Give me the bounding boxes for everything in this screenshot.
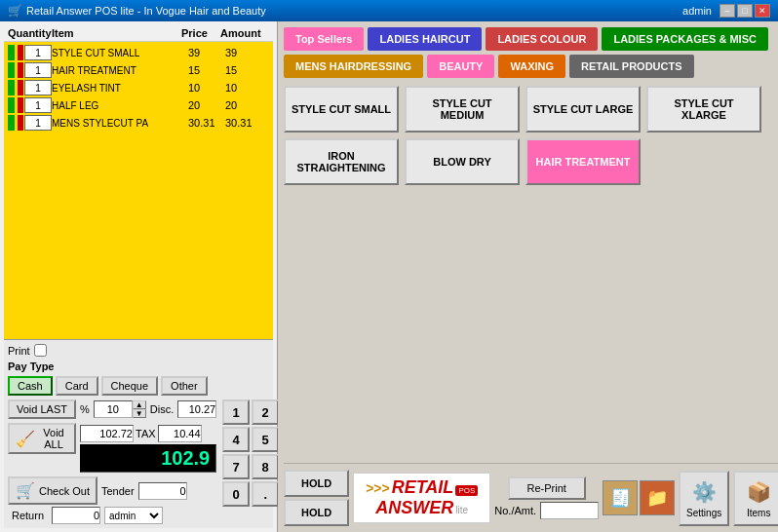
hold-button-1[interactable]: HOLD (284, 470, 349, 497)
remove-item-button[interactable] (18, 115, 24, 131)
minimize-button[interactable]: – (720, 4, 735, 18)
card-button[interactable]: Card (56, 376, 98, 396)
item-buttons (8, 45, 52, 60)
title-text: Retail Answer POS lite - In Vogue Hair a… (26, 5, 266, 17)
add-item-button[interactable] (8, 45, 15, 60)
table-row: STYLE CUT SMALL 39 39 (6, 44, 271, 61)
product-button[interactable]: HAIR TREATMENT (525, 138, 641, 185)
item-amount: 30.31 (225, 117, 269, 129)
remove-item-button[interactable] (18, 97, 24, 113)
item-buttons (8, 80, 52, 95)
settings-icon: ⚙️ (690, 478, 718, 506)
close-button[interactable]: ✕ (755, 4, 770, 18)
tab-tab-ladies-haircut[interactable]: LADIES HAIRCUT (368, 27, 482, 51)
tender-label: Tender (101, 485, 135, 497)
admin-select[interactable]: admin (104, 507, 163, 524)
product-button[interactable]: STYLE CUT LARGE (525, 86, 641, 133)
return-input (52, 507, 100, 524)
other-button[interactable]: Other (161, 376, 208, 396)
retail-answer-logo: >>> RETAIL POS ANSWER lite (353, 473, 490, 523)
numpad-key[interactable]: 2 (252, 399, 279, 425)
logo-answer-text: ANSWER (375, 498, 453, 518)
checkout-button[interactable]: 🛒 Check Out (8, 476, 97, 505)
numpad-key[interactable]: 0 (222, 481, 250, 507)
product-button[interactable]: STYLE CUT MEDIUM (405, 86, 520, 133)
numpad-key[interactable]: 7 (222, 454, 250, 479)
qty-input[interactable] (24, 97, 52, 113)
print-label: Print (8, 345, 30, 357)
numpad-key[interactable]: . (252, 481, 279, 507)
noamt-input[interactable] (540, 502, 599, 519)
items-button[interactable]: 📦 Items (733, 471, 778, 526)
tab-tab-mens[interactable]: MENS HAIRDRESSING (284, 55, 423, 78)
cash-button[interactable]: Cash (8, 376, 53, 396)
numpad-key[interactable]: 5 (252, 427, 279, 452)
qty-input[interactable] (24, 115, 52, 131)
discount-pct-input[interactable] (94, 400, 133, 418)
reprint-button[interactable]: Re-Print (508, 476, 586, 500)
item-amount: 20 (225, 99, 269, 111)
disc-pct-label: % (80, 403, 90, 415)
spin-down[interactable]: ▼ (133, 409, 146, 418)
disc-label: Disc. (150, 403, 174, 415)
qty-input[interactable] (24, 80, 52, 95)
settings-button[interactable]: ⚙️ Settings (679, 471, 729, 526)
tab-tab-waxing[interactable]: WAXING (498, 55, 565, 78)
table-row: EYELASH TINT 10 10 (6, 79, 271, 96)
logo-lite-text: lite (455, 505, 468, 515)
spin-up[interactable]: ▲ (133, 400, 146, 409)
numpad-key[interactable]: 8 (252, 454, 279, 479)
item-buttons (8, 115, 52, 131)
folder-icon: 📁 (640, 480, 675, 515)
item-name: HALF LEG (52, 100, 188, 111)
price-header: Price (181, 27, 220, 39)
qty-header: Quantity (8, 27, 52, 39)
cheque-button[interactable]: Cheque (101, 376, 159, 396)
item-name: EYELASH TINT (52, 83, 188, 94)
void-all-button[interactable]: 🧹Void ALL (8, 423, 76, 454)
void-last-button[interactable]: Void LAST (8, 399, 76, 419)
item-name: MENS STYLECUT PA (52, 118, 188, 129)
item-name: HAIR TREATMENT (52, 65, 188, 76)
qty-input[interactable] (24, 62, 52, 78)
subtotal-input (80, 425, 134, 442)
logo-arrow-icon: >>> (366, 480, 390, 496)
tender-input[interactable] (138, 482, 187, 500)
maximize-button[interactable]: □ (737, 4, 753, 18)
add-item-button[interactable] (8, 97, 15, 113)
tab-tab-ladies-colour[interactable]: LADIES COLOUR (486, 27, 598, 51)
add-item-button[interactable] (8, 115, 15, 131)
broom-icon: 🧹 (16, 430, 35, 448)
print-checkbox[interactable] (34, 344, 47, 357)
tab-tab-top-sellers[interactable]: Top Sellers (284, 27, 364, 51)
product-button[interactable]: STYLE CUT XLARGE (646, 86, 761, 133)
qty-input[interactable] (24, 45, 52, 60)
product-button[interactable]: STYLE CUT SMALL (284, 86, 399, 133)
remove-item-button[interactable] (18, 45, 24, 60)
add-item-button[interactable] (8, 80, 15, 95)
receipt-icon: 🧾 (603, 480, 638, 515)
item-price: 15 (188, 64, 225, 76)
items-icon: 📦 (745, 478, 772, 506)
discount-amount-input[interactable] (177, 400, 216, 418)
remove-item-button[interactable] (18, 80, 24, 95)
logo-retail-text: RETAIL (392, 477, 454, 498)
title-bar: 🛒 Retail Answer POS lite - In Vogue Hair… (0, 0, 778, 21)
product-button[interactable]: BLOW DRY (405, 138, 520, 185)
hold-button-2[interactable]: HOLD (284, 499, 349, 526)
item-price: 20 (188, 99, 225, 111)
table-row: MENS STYLECUT PA 30.31 30.31 (6, 114, 271, 132)
category-tabs-row2: MENS HAIRDRESSINGBEAUTYWAXINGRETAIL PROD… (284, 55, 778, 78)
item-price: 30.31 (188, 117, 225, 129)
product-button[interactable]: IRON STRAIGHTENING (284, 138, 399, 185)
tab-tab-beauty[interactable]: BEAUTY (427, 55, 494, 78)
tab-tab-ladies-packages[interactable]: LADIES PACKAGES & MISC (602, 27, 767, 51)
numpad-key[interactable]: 1 (222, 399, 250, 425)
remove-item-button[interactable] (18, 62, 24, 78)
total-display: 102.9 (80, 444, 216, 473)
items-list: STYLE CUT SMALL 39 39 HAIR TREATMENT 15 … (4, 42, 273, 339)
tab-tab-retail[interactable]: RETAIL PRODUCTS (569, 55, 694, 78)
admin-label: admin (682, 5, 712, 17)
numpad-key[interactable]: 4 (222, 427, 250, 452)
add-item-button[interactable] (8, 62, 15, 78)
